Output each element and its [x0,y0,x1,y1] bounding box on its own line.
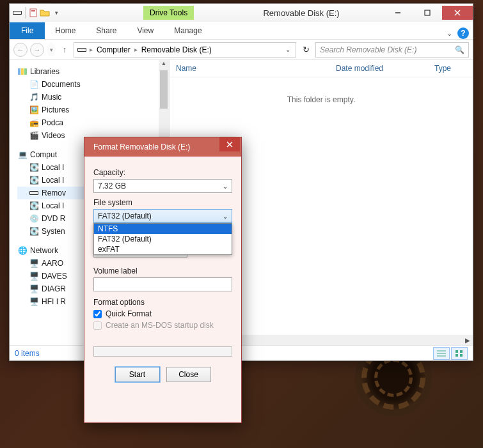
window-title: Removable Disk (E:) [194,8,383,18]
pc-icon: 🖥️ [29,271,39,281]
svg-rect-4 [31,12,35,12]
scroll-right-icon[interactable]: ▶ [463,337,473,344]
tree-label: DIAGR [42,284,66,293]
item-count: 0 items [15,349,40,358]
tree-label: Network [30,246,58,255]
filesystem-option-ntfs[interactable]: NTFS [94,224,232,234]
filesystem-option-exfat[interactable]: exFAT [94,244,232,254]
column-headers: Name Date modified Type [170,60,473,77]
svg-rect-2 [30,9,36,17]
view-icons-button[interactable] [451,347,468,360]
pc-icon: 🖥️ [29,284,39,294]
search-icon[interactable]: 🔍 [455,45,464,54]
column-type[interactable]: Type [434,64,466,73]
quick-access-toolbar: ▾ [10,7,64,19]
tree-label: DVD R [42,214,65,223]
tree-label: Libraries [30,67,59,76]
dialog-actions: Start Close [93,367,232,382]
podcast-icon: 📻 [29,118,39,128]
tree-label: Documents [42,80,81,89]
close-button[interactable] [442,6,473,20]
address-dropdown-icon[interactable]: ⌄ [283,46,293,53]
format-progress-bar [93,346,232,357]
filesystem-select[interactable]: FAT32 (Default) ⌄ NTFS FAT32 (Default) e… [93,209,232,223]
scroll-up-icon[interactable]: ▲ [159,60,169,66]
tree-label: Videos [42,131,65,140]
svg-rect-20 [460,350,463,353]
close-dialog-button[interactable]: Close [166,367,211,382]
forward-button[interactable]: → [30,43,44,57]
tree-libraries[interactable]: Libraries [17,65,166,78]
document-icon: 📄 [29,79,39,89]
dialog-title: Format Removable Disk (E:) [93,143,190,151]
view-details-button[interactable] [433,347,450,360]
svg-rect-3 [31,10,35,11]
volume-label-label: Volume label [93,266,232,275]
chevron-down-icon: ⌄ [223,183,228,190]
address-bar[interactable]: ▸ Computer ▸ Removable Disk (E:) ⌄ [74,42,296,58]
capacity-select[interactable]: 7.32 GB ⌄ [93,179,232,193]
chevron-down-icon: ⌄ [223,213,228,220]
navigation-bar: ← → ▾ ↑ ▸ Computer ▸ Removable Disk (E:)… [10,40,473,60]
breadcrumb-computer[interactable]: Computer [95,45,132,54]
tab-home[interactable]: Home [45,22,86,39]
filesystem-option-fat32[interactable]: FAT32 (Default) [94,234,232,244]
pc-icon: 🖥️ [29,297,39,307]
scroll-thumb[interactable] [160,70,168,109]
tree-documents[interactable]: 📄Documents [17,78,166,91]
tree-podcasts[interactable]: 📻Podca [17,116,166,129]
msdos-check-input [93,321,102,330]
properties-icon[interactable] [28,8,38,18]
tree-label: Pictures [42,105,69,114]
tree-label: Remov [42,189,66,197]
help-icon[interactable]: ? [457,27,469,39]
format-dialog: Format Removable Disk (E:) Capacity: 7.3… [84,137,242,423]
maximize-button[interactable] [413,6,442,20]
tree-label: Music [42,93,61,102]
pictures-icon: 🖼️ [29,105,39,115]
disk-icon: 💽 [29,175,39,185]
quick-format-checkbox[interactable]: Quick Format [93,309,232,318]
tab-share[interactable]: Share [86,22,127,39]
window-controls [383,6,473,20]
tab-file[interactable]: File [10,22,45,39]
capacity-label: Capacity: [93,168,232,177]
svg-rect-10 [78,49,86,51]
tree-music[interactable]: 🎵Music [17,91,166,104]
minimize-button[interactable] [383,6,413,20]
titlebar: ▾ Drive Tools Removable Disk (E:) [10,4,473,22]
tree-pictures[interactable]: 🖼️Pictures [17,104,166,116]
up-button[interactable]: ↑ [58,45,71,54]
breadcrumb-current[interactable]: Removable Disk (E:) [140,45,213,54]
history-dropdown-icon[interactable]: ▾ [47,43,56,57]
search-input[interactable]: Search Removable Disk (E:) 🔍 [315,42,469,58]
column-date[interactable]: Date modified [336,64,434,73]
tab-view[interactable]: View [127,22,164,39]
quick-format-check-input[interactable] [93,310,102,318]
svg-rect-22 [460,354,463,357]
disk-icon: 💽 [29,201,39,211]
tree-label: Comput [30,150,57,159]
back-button[interactable]: ← [13,43,28,57]
dialog-close-button[interactable] [219,137,240,151]
new-folder-icon[interactable] [40,8,50,18]
chevron-right-icon[interactable]: ▸ [134,46,138,53]
tab-manage[interactable]: Manage [164,22,212,39]
svg-rect-19 [455,350,458,353]
refresh-button[interactable]: ↻ [299,43,313,57]
video-icon: 🎬 [29,130,39,141]
tree-label: Podca [42,118,63,127]
column-name[interactable]: Name [176,64,336,73]
tree-label: Systen [42,227,65,236]
ribbon-expand-icon[interactable]: ⌄ [447,29,452,38]
contextual-tab-drive-tools: Drive Tools [143,6,194,20]
disk-icon: 💽 [29,226,39,236]
start-button[interactable]: Start [115,367,160,382]
svg-rect-21 [455,354,458,357]
svg-rect-11 [18,68,20,75]
network-icon: 🌐 [17,245,28,256]
qat-dropdown-icon[interactable]: ▾ [51,8,61,18]
libraries-icon [17,66,28,77]
chevron-right-icon[interactable]: ▸ [90,46,93,53]
volume-label-input[interactable] [93,277,232,291]
